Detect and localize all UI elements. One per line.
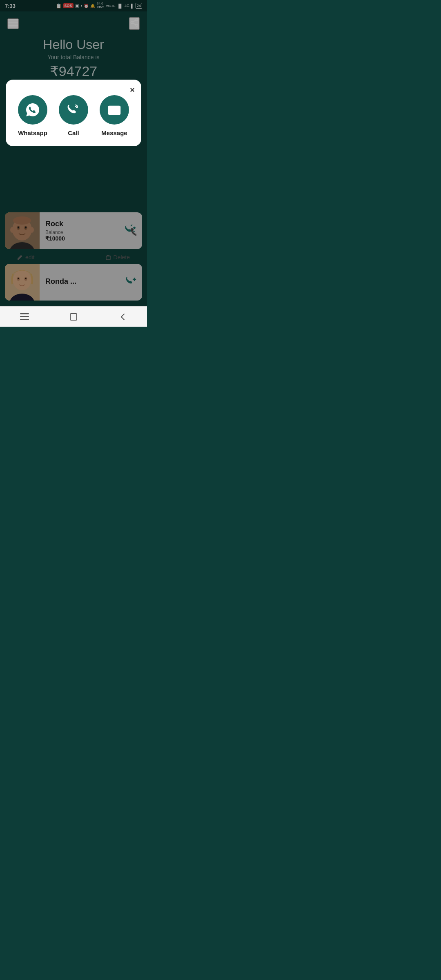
- message-icon: [107, 102, 122, 117]
- message-label: Message: [101, 129, 127, 136]
- call-icon: [66, 102, 81, 117]
- whatsapp-circle: [18, 95, 47, 125]
- bottom-navigation: [0, 306, 147, 327]
- nav-menu-button[interactable]: [16, 309, 33, 325]
- contact-action-modal: × Whatsapp: [6, 80, 141, 146]
- modal-overlay[interactable]: [0, 0, 147, 327]
- svg-rect-44: [70, 314, 77, 320]
- nav-home-button[interactable]: [65, 309, 82, 325]
- svg-rect-43: [20, 319, 29, 320]
- modal-actions: Whatsapp Call: [12, 95, 135, 136]
- whatsapp-action[interactable]: Whatsapp: [18, 95, 47, 136]
- call-label: Call: [68, 129, 79, 136]
- nav-back-button[interactable]: [114, 309, 131, 325]
- whatsapp-icon: [25, 102, 40, 117]
- svg-rect-42: [20, 316, 29, 317]
- message-circle: [100, 95, 129, 125]
- whatsapp-label: Whatsapp: [18, 129, 47, 136]
- message-action[interactable]: Message: [100, 95, 129, 136]
- svg-rect-41: [20, 313, 29, 314]
- call-action[interactable]: Call: [59, 95, 88, 136]
- modal-close-button[interactable]: ×: [130, 85, 135, 95]
- call-circle: [59, 95, 88, 125]
